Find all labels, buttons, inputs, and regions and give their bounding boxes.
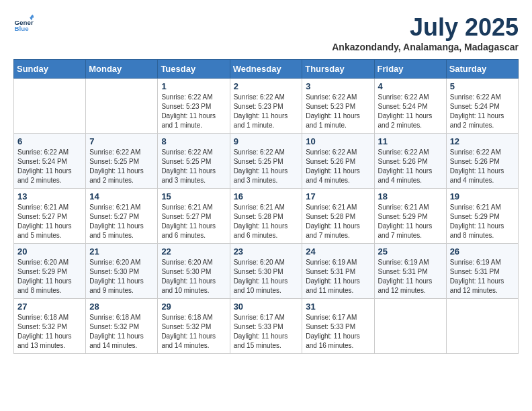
day-number: 26 [450,246,515,257]
title-section: July 2025 Ankazondandy, Analamanga, Mada… [332,13,519,52]
day-number: 30 [234,302,299,312]
day-number: 25 [378,246,443,257]
day-info: Sunrise: 6:20 AM Sunset: 5:30 PM Dayligh… [161,258,226,295]
day-info: Sunrise: 6:22 AM Sunset: 5:23 PM Dayligh… [306,93,370,130]
day-number: 23 [234,246,299,257]
day-number: 16 [234,191,299,201]
calendar-cell [14,79,86,134]
day-number: 8 [161,136,226,146]
day-info: Sunrise: 6:22 AM Sunset: 5:24 PM Dayligh… [17,148,82,185]
calendar-table: SundayMondayTuesdayWednesdayThursdayFrid… [13,59,519,354]
day-info: Sunrise: 6:21 AM Sunset: 5:28 PM Dayligh… [234,203,299,240]
calendar-cell: 4Sunrise: 6:22 AM Sunset: 5:24 PM Daylig… [374,79,446,134]
day-info: Sunrise: 6:22 AM Sunset: 5:24 PM Dayligh… [378,93,443,130]
day-number: 14 [89,191,154,201]
day-number: 18 [378,191,443,201]
calendar-cell: 20Sunrise: 6:20 AM Sunset: 5:29 PM Dayli… [14,244,86,299]
day-info: Sunrise: 6:21 AM Sunset: 5:27 PM Dayligh… [17,203,82,240]
page-header: General Blue July 2025 Ankazondandy, Ana… [13,13,519,52]
day-info: Sunrise: 6:22 AM Sunset: 5:23 PM Dayligh… [234,93,299,130]
day-info: Sunrise: 6:22 AM Sunset: 5:25 PM Dayligh… [161,148,226,185]
calendar-cell [86,79,158,134]
weekday-header-saturday: Saturday [446,60,518,79]
day-number: 13 [17,191,82,201]
day-number: 9 [234,136,299,146]
logo-icon: General Blue [13,13,34,34]
calendar-cell: 3Sunrise: 6:22 AM Sunset: 5:23 PM Daylig… [302,79,374,134]
day-number: 7 [89,136,154,146]
day-number: 29 [161,302,226,312]
day-number: 24 [306,246,370,257]
day-info: Sunrise: 6:21 AM Sunset: 5:28 PM Dayligh… [306,203,370,240]
day-number: 21 [89,246,154,257]
day-number: 31 [306,302,370,312]
calendar-cell: 7Sunrise: 6:22 AM Sunset: 5:25 PM Daylig… [86,134,158,189]
day-info: Sunrise: 6:19 AM Sunset: 5:31 PM Dayligh… [450,258,515,295]
day-info: Sunrise: 6:19 AM Sunset: 5:31 PM Dayligh… [306,258,370,295]
day-info: Sunrise: 6:18 AM Sunset: 5:32 PM Dayligh… [89,313,154,351]
day-info: Sunrise: 6:20 AM Sunset: 5:29 PM Dayligh… [17,258,82,295]
calendar-week-row: 1Sunrise: 6:22 AM Sunset: 5:23 PM Daylig… [14,79,519,134]
day-info: Sunrise: 6:20 AM Sunset: 5:30 PM Dayligh… [234,258,299,295]
logo: General Blue [13,13,34,34]
location-subtitle: Ankazondandy, Analamanga, Madagascar [332,42,519,52]
calendar-cell: 19Sunrise: 6:21 AM Sunset: 5:29 PM Dayli… [446,189,518,244]
day-number: 10 [306,136,370,146]
day-info: Sunrise: 6:18 AM Sunset: 5:32 PM Dayligh… [17,313,82,351]
weekday-header-tuesday: Tuesday [158,60,230,79]
calendar-cell: 30Sunrise: 6:17 AM Sunset: 5:33 PM Dayli… [230,299,302,354]
calendar-cell: 1Sunrise: 6:22 AM Sunset: 5:23 PM Daylig… [158,79,230,134]
calendar-cell: 22Sunrise: 6:20 AM Sunset: 5:30 PM Dayli… [158,244,230,299]
day-number: 5 [450,81,515,91]
weekday-header-friday: Friday [374,60,446,79]
calendar-cell: 17Sunrise: 6:21 AM Sunset: 5:28 PM Dayli… [302,189,374,244]
day-info: Sunrise: 6:20 AM Sunset: 5:30 PM Dayligh… [89,258,154,295]
calendar-cell: 16Sunrise: 6:21 AM Sunset: 5:28 PM Dayli… [230,189,302,244]
day-number: 15 [161,191,226,201]
calendar-cell: 5Sunrise: 6:22 AM Sunset: 5:24 PM Daylig… [446,79,518,134]
day-info: Sunrise: 6:22 AM Sunset: 5:26 PM Dayligh… [450,148,515,185]
calendar-cell: 28Sunrise: 6:18 AM Sunset: 5:32 PM Dayli… [86,299,158,354]
calendar-cell: 29Sunrise: 6:18 AM Sunset: 5:32 PM Dayli… [158,299,230,354]
calendar-cell: 11Sunrise: 6:22 AM Sunset: 5:26 PM Dayli… [374,134,446,189]
calendar-cell: 8Sunrise: 6:22 AM Sunset: 5:25 PM Daylig… [158,134,230,189]
calendar-week-row: 27Sunrise: 6:18 AM Sunset: 5:32 PM Dayli… [14,299,519,354]
weekday-header-monday: Monday [86,60,158,79]
weekday-header-sunday: Sunday [14,60,86,79]
calendar-cell: 9Sunrise: 6:22 AM Sunset: 5:25 PM Daylig… [230,134,302,189]
calendar-cell: 23Sunrise: 6:20 AM Sunset: 5:30 PM Dayli… [230,244,302,299]
day-info: Sunrise: 6:21 AM Sunset: 5:29 PM Dayligh… [378,203,443,240]
day-info: Sunrise: 6:22 AM Sunset: 5:24 PM Dayligh… [450,93,515,130]
day-info: Sunrise: 6:21 AM Sunset: 5:29 PM Dayligh… [450,203,515,240]
calendar-cell: 13Sunrise: 6:21 AM Sunset: 5:27 PM Dayli… [14,189,86,244]
day-info: Sunrise: 6:22 AM Sunset: 5:23 PM Dayligh… [161,93,226,130]
day-number: 28 [89,302,154,312]
day-number: 11 [378,136,443,146]
day-info: Sunrise: 6:21 AM Sunset: 5:27 PM Dayligh… [161,203,226,240]
day-info: Sunrise: 6:22 AM Sunset: 5:26 PM Dayligh… [378,148,443,185]
day-number: 12 [450,136,515,146]
month-year-title: July 2025 [332,13,519,42]
day-info: Sunrise: 6:17 AM Sunset: 5:33 PM Dayligh… [306,313,370,351]
calendar-cell: 21Sunrise: 6:20 AM Sunset: 5:30 PM Dayli… [86,244,158,299]
calendar-cell: 24Sunrise: 6:19 AM Sunset: 5:31 PM Dayli… [302,244,374,299]
weekday-header-thursday: Thursday [302,60,374,79]
day-info: Sunrise: 6:19 AM Sunset: 5:31 PM Dayligh… [378,258,443,295]
calendar-cell: 14Sunrise: 6:21 AM Sunset: 5:27 PM Dayli… [86,189,158,244]
day-info: Sunrise: 6:21 AM Sunset: 5:27 PM Dayligh… [89,203,154,240]
calendar-week-row: 20Sunrise: 6:20 AM Sunset: 5:29 PM Dayli… [14,244,519,299]
calendar-cell [446,299,518,354]
calendar-cell: 25Sunrise: 6:19 AM Sunset: 5:31 PM Dayli… [374,244,446,299]
day-info: Sunrise: 6:18 AM Sunset: 5:32 PM Dayligh… [161,313,226,351]
calendar-week-row: 13Sunrise: 6:21 AM Sunset: 5:27 PM Dayli… [14,189,519,244]
day-number: 20 [17,246,82,257]
calendar-cell: 26Sunrise: 6:19 AM Sunset: 5:31 PM Dayli… [446,244,518,299]
calendar-cell: 31Sunrise: 6:17 AM Sunset: 5:33 PM Dayli… [302,299,374,354]
calendar-cell: 15Sunrise: 6:21 AM Sunset: 5:27 PM Dayli… [158,189,230,244]
weekday-header-row: SundayMondayTuesdayWednesdayThursdayFrid… [14,60,519,79]
calendar-cell: 6Sunrise: 6:22 AM Sunset: 5:24 PM Daylig… [14,134,86,189]
day-info: Sunrise: 6:22 AM Sunset: 5:25 PM Dayligh… [234,148,299,185]
calendar-cell: 18Sunrise: 6:21 AM Sunset: 5:29 PM Dayli… [374,189,446,244]
calendar-week-row: 6Sunrise: 6:22 AM Sunset: 5:24 PM Daylig… [14,134,519,189]
weekday-header-wednesday: Wednesday [230,60,302,79]
